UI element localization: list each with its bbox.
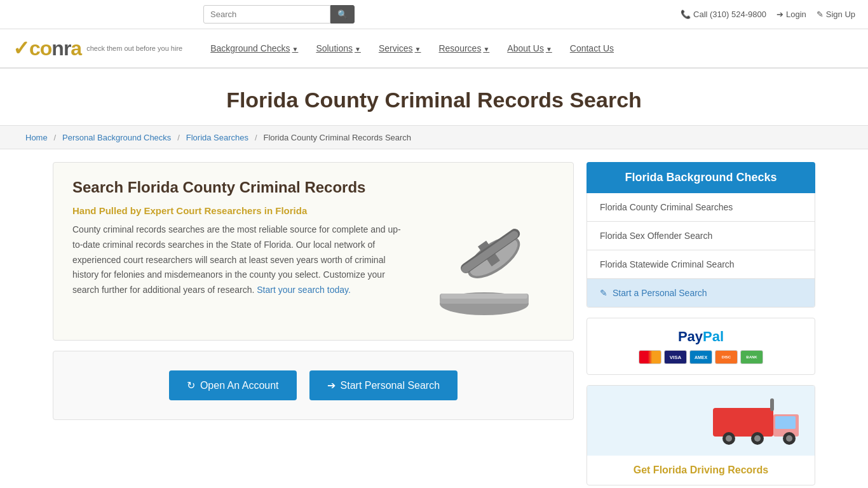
signup-icon: ✎ <box>817 10 824 19</box>
open-account-button[interactable]: ↻ Open An Account <box>169 370 297 400</box>
logo-text: ✓conra <box>13 36 81 60</box>
sidebar-header: Florida Background Checks <box>587 162 815 193</box>
bank-icon: BANK <box>740 350 763 364</box>
search-button[interactable]: 🔍 <box>330 5 355 24</box>
breadcrumb: Home / Personal Background Checks / Flor… <box>0 125 868 149</box>
sidebar-links: Florida County Criminal Searches Florida… <box>587 193 815 308</box>
content-heading: Search Florida County Criminal Records <box>72 179 554 196</box>
breadcrumb-home[interactable]: Home <box>25 133 48 142</box>
sidebar-link-county-criminal[interactable]: Florida County Criminal Searches <box>587 193 815 222</box>
discover-icon: DISC <box>715 350 738 364</box>
phone-icon: 📞 <box>681 10 691 19</box>
paypal-logo: PayPal <box>678 329 724 345</box>
chevron-down-icon: ▼ <box>355 46 361 53</box>
start-search-button[interactable]: ➔ Start Personal Search <box>309 370 458 400</box>
logo: ✓conra check them out before you hire <box>13 30 182 67</box>
chevron-down-icon: ▼ <box>292 46 298 53</box>
driving-label: Get Florida Driving Records <box>587 456 815 485</box>
breadcrumb-personal-bg[interactable]: Personal Background Checks <box>62 133 171 142</box>
truck-svg <box>707 392 808 449</box>
breadcrumb-sep-1: / <box>54 133 57 142</box>
content-box: Search Florida County Criminal Records H… <box>53 162 574 341</box>
logo-slash: ✓co <box>13 37 51 60</box>
nav-contact[interactable]: Contact Us <box>561 29 623 67</box>
nav-about[interactable]: About Us▼ <box>498 29 561 67</box>
chevron-down-icon: ▼ <box>483 46 489 53</box>
content-area: County criminal records searches are the… <box>72 222 554 324</box>
top-bar: 🔍 📞 Call (310) 524-9800 ➔ Login ✎ Sign U… <box>0 0 868 29</box>
nav-background-checks[interactable]: Background Checks▼ <box>201 29 307 67</box>
amex-icon: AMEX <box>689 350 712 364</box>
left-column: Search Florida County Criminal Records H… <box>53 162 574 485</box>
sidebar-link-sex-offender[interactable]: Florida Sex Offender Search <box>587 222 815 250</box>
breadcrumb-current: Florida County Criminal Records Search <box>263 133 411 142</box>
sidebar-link-personal-search[interactable]: ✎ Start a Personal Search <box>587 279 815 307</box>
nav-resources[interactable]: Resources▼ <box>430 29 498 67</box>
breadcrumb-florida-searches[interactable]: Florida Searches <box>186 133 248 142</box>
content-text: County criminal records searches are the… <box>72 222 402 298</box>
gavel-illustration <box>414 222 554 324</box>
driving-image-area <box>587 386 815 456</box>
svg-point-12 <box>726 435 732 442</box>
search-input[interactable] <box>203 5 330 24</box>
chevron-down-icon: ▼ <box>546 46 552 53</box>
top-links: 📞 Call (310) 524-9800 ➔ Login ✎ Sign Up <box>681 10 855 19</box>
content-subheading: Hand Pulled by Expert Court Researchers … <box>72 205 554 216</box>
login-icon: ➔ <box>776 10 783 19</box>
navbar: ✓conra check them out before you hire Ba… <box>0 29 868 69</box>
payment-box: PayPal VISA AMEX DISC BANK <box>587 318 815 375</box>
right-column: Florida Background Checks Florida County… <box>587 162 815 485</box>
main-content: Search Florida County Criminal Records H… <box>27 149 841 488</box>
nav-links: Background Checks▼ Solutions▼ Services▼ … <box>201 29 623 67</box>
signin-icon: ➔ <box>327 379 336 391</box>
gavel-svg <box>421 222 548 324</box>
phone-link[interactable]: 📞 Call (310) 524-9800 <box>681 10 766 19</box>
logo-tagline: check them out before you hire <box>86 44 182 52</box>
refresh-icon: ↻ <box>187 379 195 391</box>
logo-a: a <box>71 37 81 60</box>
nav-services[interactable]: Services▼ <box>370 29 430 67</box>
svg-point-16 <box>786 435 792 442</box>
chevron-down-icon: ▼ <box>415 46 421 53</box>
page-title-area: Florida County Criminal Records Search <box>0 69 868 125</box>
cta-link[interactable]: Start your search today. <box>257 285 351 295</box>
svg-point-14 <box>754 435 761 442</box>
signup-link[interactable]: ✎ Sign Up <box>817 10 855 19</box>
driving-records-box: Get Florida Driving Records <box>587 385 815 485</box>
login-link[interactable]: ➔ Login <box>776 10 806 19</box>
visa-icon: VISA <box>664 350 687 364</box>
personal-search-icon: ✎ <box>600 288 607 298</box>
action-box: ↻ Open An Account ➔ Start Personal Searc… <box>53 351 574 420</box>
body-text: County criminal records searches are the… <box>72 222 402 298</box>
search-form: 🔍 <box>203 5 355 24</box>
logo-nr: nr <box>51 37 71 60</box>
mastercard-icon <box>639 350 661 364</box>
nav-solutions[interactable]: Solutions▼ <box>307 29 370 67</box>
svg-rect-10 <box>775 416 796 429</box>
svg-rect-8 <box>713 408 773 437</box>
svg-rect-17 <box>770 398 774 411</box>
breadcrumb-sep-3: / <box>255 133 257 142</box>
page-title: Florida County Criminal Records Search <box>13 88 855 112</box>
sidebar: Florida Background Checks Florida County… <box>587 162 815 308</box>
svg-rect-7 <box>441 294 527 299</box>
breadcrumb-sep-2: / <box>177 133 180 142</box>
sidebar-link-statewide[interactable]: Florida Statewide Criminal Search <box>587 250 815 279</box>
card-icons: VISA AMEX DISC BANK <box>639 350 763 364</box>
